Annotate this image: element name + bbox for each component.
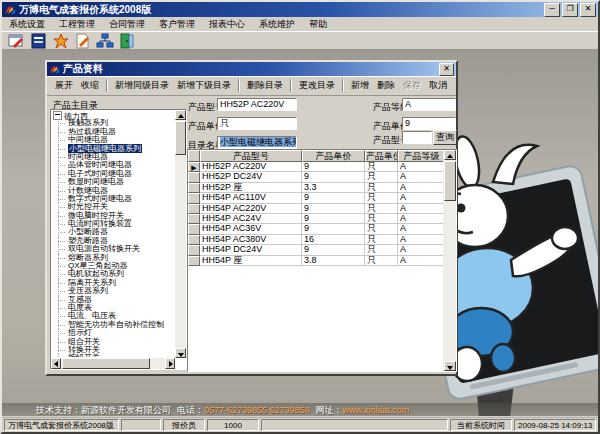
system-maintain-icon[interactable] (96, 33, 114, 49)
delete-dir-button[interactable]: 删除目录 (243, 77, 287, 94)
minimize-button[interactable]: ─ (544, 3, 560, 17)
menu-contract-manage[interactable]: 合同管理 (102, 18, 152, 31)
menu-report-center[interactable]: 报表中心 (202, 18, 252, 31)
menu-system-maintain[interactable]: 系统维护 (252, 18, 302, 31)
app-window: 万博电气成套报价系统2008版 ─ ❐ ✕ 系统设置 工程管理 合同管理 客户管… (0, 0, 600, 434)
grid-row[interactable]: HH54P AC220V9只A (188, 204, 456, 214)
menu-bar: 系统设置 工程管理 合同管理 客户管理 报表中心 系统维护 帮助 (2, 18, 598, 31)
grid-row-current[interactable]: ▶ HH52P AC220V9只A (188, 162, 456, 172)
scroll-down-icon[interactable] (444, 361, 456, 371)
status-time-value: 2009-08-25 14:09:13 (514, 419, 596, 431)
grid-row[interactable]: HH54P 座3.8只A (188, 256, 456, 266)
product-grid: 产品型号 产品单价 产品单位 产品等级 ▶ HH52P AC220V9只A HH… (187, 149, 457, 372)
add-child-dir-button[interactable]: 新增下级目录 (173, 77, 235, 94)
title-bar: 万博电气成套报价系统2008版 ─ ❐ ✕ (2, 2, 598, 17)
query-button[interactable]: 查询 (433, 130, 457, 145)
status-bar: 万博电气成套报价系统2008版 报价员 1000 当前系统时间 2009-08-… (2, 416, 598, 432)
status-pane-5 (261, 419, 448, 431)
toolbar-separator (238, 79, 240, 92)
modify-dir-button[interactable]: 更改目录 (295, 77, 339, 94)
contract-manage-icon[interactable] (30, 33, 48, 49)
toolbar-separator (290, 79, 292, 92)
menu-customer-manage[interactable]: 客户管理 (152, 18, 202, 31)
expand-button[interactable]: 展开 (51, 77, 77, 94)
dialog-title: 产品资料 (63, 62, 103, 76)
menu-help[interactable]: 帮助 (302, 18, 334, 31)
tree-horizontal-scrollbar[interactable] (51, 358, 175, 369)
status-pane-2 (121, 419, 161, 431)
scroll-right-icon[interactable] (165, 358, 175, 369)
grid-header-price[interactable]: 产品单价 (302, 150, 365, 162)
dialog-title-bar: 产品资料 ✕ (47, 62, 456, 76)
restore-button[interactable]: ❐ (562, 3, 578, 17)
tree-vscroll-thumb[interactable] (175, 121, 186, 155)
status-role-label: 报价员 (163, 419, 205, 431)
dir-name-input[interactable]: 小型电磁继电器系列 (217, 136, 297, 149)
toolbar-separator (106, 79, 108, 92)
save-button[interactable]: 保存 (399, 77, 425, 94)
site-label: 网址： (316, 405, 343, 415)
category-tree: 德力西 接触器系列 热过载继电器 中间继电器 小型电磁继电器系列 时间继电器 晶… (50, 109, 187, 370)
exit-app-icon[interactable] (118, 33, 136, 49)
main-toolbar (2, 31, 598, 50)
dialog-close-button[interactable]: ✕ (439, 63, 454, 76)
delete-record-button[interactable]: 删除 (373, 77, 399, 94)
grid-header-indicator (188, 150, 200, 162)
grid-row[interactable]: HH54P DC24V9只A (188, 245, 456, 255)
scroll-down-icon[interactable] (175, 348, 186, 358)
report-center-icon[interactable] (74, 33, 92, 49)
menu-system-settings[interactable]: 系统设置 (2, 18, 52, 31)
dialog-logo-icon (49, 64, 60, 75)
grid-header-grade[interactable]: 产品等级 (398, 150, 445, 162)
current-row-marker-icon: ▶ (188, 162, 200, 172)
scroll-left-icon[interactable] (51, 358, 61, 369)
close-button[interactable]: ✕ (580, 3, 596, 17)
mdi-workspace: 技术支持：新源软件开发有限公司 电话：0577-62739855 6273985… (2, 50, 598, 418)
dialog-toolbar: 展开 收缩 新增同级目录 新增下级目录 删除目录 更改目录 新增 删除 保存 取… (47, 76, 456, 96)
grid-row[interactable]: HH52P DC24V9只A (188, 172, 456, 182)
search-model-input[interactable] (402, 131, 432, 144)
tree-vertical-scrollbar[interactable] (175, 110, 186, 358)
model-input[interactable]: HH52P AC220V (217, 98, 297, 111)
app-logo-icon (4, 4, 16, 16)
grid-row[interactable]: HH54P AC380V16只A (188, 235, 456, 245)
status-time-label: 当前系统时间 (450, 419, 512, 431)
cancel-button[interactable]: 取消 (425, 77, 451, 94)
tree-content: 德力西 接触器系列 热过载继电器 中间继电器 小型电磁继电器系列 时间继电器 晶… (53, 111, 174, 357)
project-settings-icon[interactable] (8, 33, 26, 49)
product-data-dialog: 产品资料 ✕ 展开 收缩 新增同级目录 新增下级目录 删除目录 更改目录 新增 … (45, 60, 458, 376)
support-text: 技术支持：新源软件开发有限公司 (36, 404, 171, 417)
grid-row[interactable]: HH52P 座3.3只A (188, 183, 456, 193)
window-title: 万博电气成套报价系统2008版 (19, 3, 151, 17)
status-app-name: 万博电气成套报价系统2008版 (4, 419, 119, 431)
grid-vscroll-thumb[interactable] (444, 161, 456, 201)
menu-project-manage[interactable]: 工程管理 (52, 18, 102, 31)
support-banner: 技术支持：新源软件开发有限公司 电话：0577-62739855 6273985… (2, 403, 598, 418)
unit-input[interactable]: 只 (217, 117, 297, 130)
add-sibling-dir-button[interactable]: 新增同级目录 (111, 77, 173, 94)
grid-header-model[interactable]: 产品型号 (200, 150, 302, 162)
phone-number: 0577-62739855 62739858 (204, 405, 310, 415)
phone-label: 电话： (177, 405, 204, 415)
grid-header: 产品型号 产品单价 产品单位 产品等级 (188, 150, 456, 162)
grid-row[interactable]: HH54P AC24V9只A (188, 214, 456, 224)
scroll-up-icon[interactable] (175, 110, 186, 120)
price-input[interactable]: 9 (402, 117, 456, 130)
grid-header-unit[interactable]: 产品单位 (365, 150, 398, 162)
grid-row[interactable]: HH54P AC36V9只A (188, 224, 456, 234)
add-record-button[interactable]: 新增 (347, 77, 373, 94)
site-url: www.xinlsat.com (343, 405, 410, 415)
customer-manage-icon[interactable] (52, 33, 70, 49)
toolbar-separator (342, 79, 344, 92)
status-role-value: 1000 (207, 419, 259, 431)
scroll-up-icon[interactable] (444, 150, 456, 160)
grid-row[interactable]: HH54P AC110V9只A (188, 193, 456, 203)
tree-hscroll-thumb[interactable] (62, 358, 150, 369)
collapse-button[interactable]: 收缩 (77, 77, 103, 94)
grid-vertical-scrollbar[interactable] (443, 150, 456, 371)
grade-input[interactable]: A (402, 98, 456, 111)
tree-item[interactable]: 按钮开关 (53, 354, 174, 357)
